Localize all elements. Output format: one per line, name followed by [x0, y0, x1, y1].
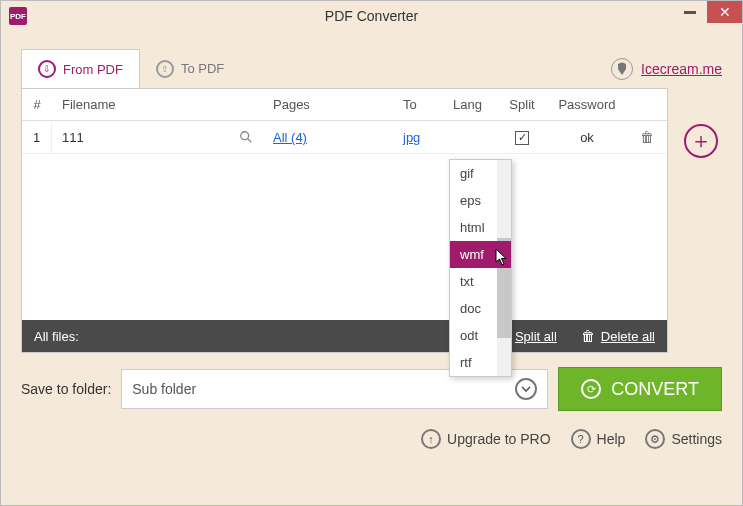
minimize-button[interactable] [672, 1, 707, 23]
file-panel: # Filename Pages To Lang Split Password … [21, 88, 668, 353]
settings-label: Settings [671, 431, 722, 447]
from-pdf-icon: ⇩ [38, 60, 56, 78]
row-pages[interactable]: All (4) [267, 122, 397, 153]
col-num: # [22, 89, 52, 120]
upgrade-label: Upgrade to PRO [447, 431, 551, 447]
settings-link[interactable]: ⚙ Settings [645, 429, 722, 449]
empty-area [22, 154, 667, 320]
format-dropdown[interactable]: gifepshtmlwmftxtdocodtrtf [449, 159, 512, 377]
upgrade-link[interactable]: ↑ Upgrade to PRO [421, 429, 551, 449]
table-header: # Filename Pages To Lang Split Password [22, 89, 667, 121]
window-title: PDF Converter [1, 8, 742, 24]
save-folder-input[interactable] [132, 381, 515, 397]
icecream-icon [611, 58, 633, 80]
footer: ↑ Upgrade to PRO ? Help ⚙ Settings [1, 429, 722, 449]
delete-all-icon: 🗑 [581, 328, 595, 344]
col-filename: Filename [52, 89, 267, 120]
row-lang[interactable] [447, 129, 497, 145]
close-button[interactable]: ✕ [707, 1, 742, 23]
format-option-gif[interactable]: gif [450, 160, 511, 187]
row-num: 1 [22, 122, 52, 153]
format-option-rtf[interactable]: rtf [450, 349, 511, 376]
row-password[interactable]: ok [547, 122, 627, 153]
to-pdf-icon: ⇧ [156, 60, 174, 78]
help-label: Help [597, 431, 626, 447]
row-to[interactable]: jpg [397, 122, 447, 153]
delete-all-link[interactable]: Delete all [601, 329, 655, 344]
add-file-button[interactable]: ＋ [684, 124, 718, 158]
convert-label: CONVERT [611, 379, 699, 400]
col-pages: Pages [267, 89, 397, 120]
format-option-eps[interactable]: eps [450, 187, 511, 214]
format-option-html[interactable]: html [450, 214, 511, 241]
all-files-bar: All files: Split all 🗑 Delete all [22, 320, 667, 352]
format-option-wmf[interactable]: wmf [450, 241, 511, 268]
col-delete [627, 89, 667, 120]
svg-point-0 [241, 132, 249, 140]
folder-dropdown-button[interactable] [515, 378, 537, 400]
tab-from-label: From PDF [63, 62, 123, 77]
svg-line-1 [248, 139, 252, 143]
all-files-label: All files: [34, 329, 79, 344]
row-delete[interactable]: 🗑 [627, 121, 667, 153]
window-controls: ✕ [672, 1, 742, 23]
gear-icon: ⚙ [645, 429, 665, 449]
row-filename-cell: 111 [52, 122, 267, 153]
help-link[interactable]: ? Help [571, 429, 626, 449]
titlebar: PDF PDF Converter ✕ [1, 1, 742, 31]
help-icon: ? [571, 429, 591, 449]
col-split: Split [497, 89, 547, 120]
save-label: Save to folder: [21, 381, 111, 397]
convert-icon: ⟳ [581, 379, 601, 399]
tab-to-pdf[interactable]: ⇧ To PDF [140, 50, 240, 88]
tab-from-pdf[interactable]: ⇩ From PDF [21, 49, 140, 88]
trash-icon: 🗑 [640, 129, 654, 145]
tab-to-label: To PDF [181, 61, 224, 76]
col-lang: Lang [447, 89, 497, 120]
col-to: To [397, 89, 447, 120]
tabs-row: ⇩ From PDF ⇧ To PDF Icecream.me [1, 31, 742, 88]
format-option-doc[interactable]: doc [450, 295, 511, 322]
brand-label: Icecream.me [641, 61, 722, 77]
brand-link[interactable]: Icecream.me [611, 58, 722, 80]
split-all-link[interactable]: Split all [515, 329, 557, 344]
upgrade-icon: ↑ [421, 429, 441, 449]
row-filename: 111 [62, 130, 84, 145]
preview-icon[interactable] [239, 130, 253, 144]
save-row: Save to folder: ⟳ CONVERT [21, 367, 722, 411]
format-option-txt[interactable]: txt [450, 268, 511, 295]
format-option-odt[interactable]: odt [450, 322, 511, 349]
split-checkbox [515, 131, 529, 145]
table-row: 1 111 All (4) jpg ok 🗑 [22, 121, 667, 154]
convert-button[interactable]: ⟳ CONVERT [558, 367, 722, 411]
col-password: Password [547, 89, 627, 120]
app-icon: PDF [9, 7, 27, 25]
row-split[interactable] [497, 121, 547, 153]
